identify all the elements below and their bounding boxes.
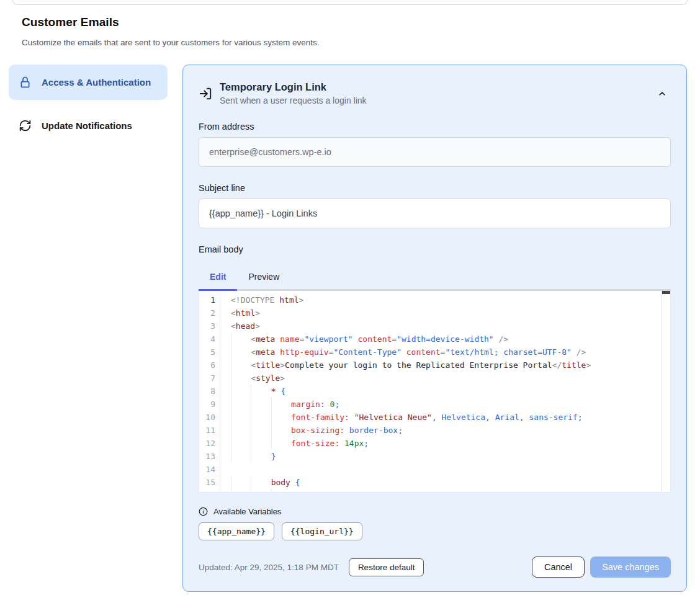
code-line[interactable]: 9 margin: 0; [199,398,670,411]
line-number: 16 [199,489,220,493]
code-line[interactable]: 11 box-sizing: border-box; [199,424,670,437]
code-line[interactable]: 13 } [199,450,670,463]
editor-tabs: Edit Preview [199,266,671,291]
code-editor-lines: 1<!DOCTYPE html>2<html>3<head>4 <meta na… [199,291,670,493]
restore-default-button[interactable]: Restore default [349,558,424,576]
code-line-content: font-family: "Helvetica Neue", Helvetica… [220,411,583,424]
previous-section-card-edge [12,0,688,5]
available-variables-header: Available Variables [199,507,671,516]
from-address-field-group: From address [199,122,671,167]
code-line[interactable]: 1<!DOCTYPE html> [199,293,670,306]
sidebar: Access & Authentication Update Notificat… [9,65,168,141]
editor-scrollbar[interactable] [662,291,670,492]
code-line-content: margin: 0; [220,398,339,411]
panel-header: Temporary Login Link Sent when a user re… [199,81,671,105]
available-variables-label: Available Variables [213,507,281,516]
code-line-content: <style> [220,372,285,385]
code-line[interactable]: 16 background-color: #f6f6f6; [199,489,670,493]
email-body-label: Email body [199,244,671,254]
subject-line-label: Subject line [199,183,671,193]
code-line-content: <!DOCTYPE html> [220,293,303,306]
lock-icon [19,76,32,89]
code-line-content: <html> [220,306,260,320]
code-line[interactable]: 6 <title>Complete your login to the Repl… [199,359,670,372]
code-line-content: <head> [220,320,260,333]
cancel-button[interactable]: Cancel [532,557,585,578]
page-subtitle: Customize the emails that are sent to yo… [22,38,678,47]
code-line[interactable]: 4 <meta name="viewport" content="width=d… [199,333,670,346]
save-changes-button[interactable]: Save changes [590,557,671,578]
email-body-field-group: Email body Edit Preview 1<!DOCTYPE html>… [199,244,671,493]
line-number: 4 [199,333,220,346]
line-number: 5 [199,346,220,359]
panel-title: Temporary Login Link [220,81,646,93]
page-header: Customer Emails Customize the emails tha… [0,5,700,47]
sidebar-item-label: Access & Authentication [42,77,151,87]
code-line[interactable]: 8 * { [199,385,670,398]
code-line[interactable]: 5 <meta http-equiv="Content-Type" conten… [199,346,670,359]
page-title: Customer Emails [22,16,678,29]
editor-scrollbar-thumb[interactable] [662,291,670,294]
code-line-content: <meta name="viewport" content="width=dev… [220,333,508,346]
code-line[interactable]: 15 body { [199,476,670,489]
line-number: 13 [199,450,220,463]
panel-titles: Temporary Login Link Sent when a user re… [220,81,646,105]
code-line[interactable]: 2<html> [199,306,670,320]
line-number: 9 [199,398,220,411]
sidebar-item-update-notifications[interactable]: Update Notifications [9,110,168,141]
code-line-content: box-sizing: border-box; [220,424,403,437]
line-number: 11 [199,424,220,437]
line-number: 7 [199,372,220,385]
content-row: Access & Authentication Update Notificat… [9,65,687,592]
email-template-panel: Temporary Login Link Sent when a user re… [182,65,687,592]
refresh-icon [19,119,32,132]
line-number: 10 [199,411,220,424]
line-number: 3 [199,320,220,333]
code-line-content: body { [220,476,300,489]
line-number: 14 [199,463,220,476]
collapse-button[interactable] [653,85,671,102]
code-line-content: <title>Complete your login to the Replic… [220,359,591,372]
from-address-label: From address [199,122,671,132]
code-editor[interactable]: 1<!DOCTYPE html>2<html>3<head>4 <meta na… [199,291,671,493]
code-line-content: background-color: #f6f6f6; [220,489,417,493]
from-address-input[interactable] [199,137,671,167]
code-line-content [220,463,231,476]
line-number: 1 [199,293,220,306]
panel-subtitle: Sent when a user requests a login link [220,96,646,105]
code-line-content: <meta http-equiv="Content-Type" content=… [220,346,586,359]
code-line[interactable]: 3<head> [199,320,670,333]
code-line-content: } [220,450,276,463]
log-in-icon [199,87,212,101]
line-number: 15 [199,476,220,489]
code-line[interactable]: 14 [199,463,670,476]
sidebar-item-access-authentication[interactable]: Access & Authentication [9,65,168,100]
sidebar-item-label: Update Notifications [42,120,132,131]
line-number: 12 [199,437,220,450]
variable-chip[interactable]: {{app_name}} [199,522,274,540]
line-number: 2 [199,306,220,320]
code-line-content: font-size: 14px; [220,437,369,450]
code-line[interactable]: 12 font-size: 14px; [199,437,670,450]
code-line-content: * { [220,385,285,398]
info-icon [199,507,208,516]
chevron-up-icon [657,89,667,99]
tab-preview[interactable]: Preview [237,266,290,291]
panel-footer: Updated: Apr 29, 2025, 1:18 PM MDT Resto… [199,557,671,578]
line-number: 8 [199,385,220,398]
subject-line-input[interactable] [199,199,671,228]
code-line[interactable]: 10 font-family: "Helvetica Neue", Helvet… [199,411,670,424]
variable-chips: {{app_name}}{{login_url}} [199,522,671,540]
code-line[interactable]: 7 <style> [199,372,670,385]
updated-timestamp: Updated: Apr 29, 2025, 1:18 PM MDT [199,563,339,572]
line-number: 6 [199,359,220,372]
subject-line-field-group: Subject line [199,183,671,228]
tab-edit[interactable]: Edit [199,266,237,291]
variable-chip[interactable]: {{login_url}} [282,522,362,540]
